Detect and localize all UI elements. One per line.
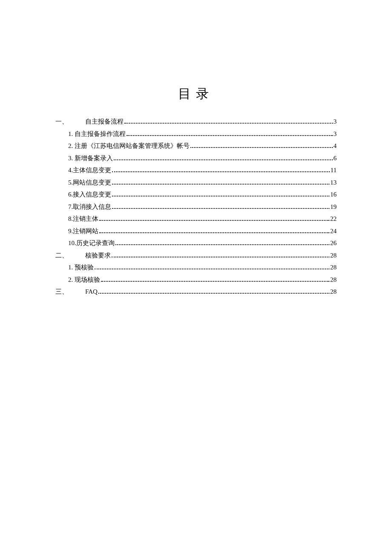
toc-entry[interactable]: 10.历史记录查询26 [55, 237, 337, 249]
toc-entry[interactable]: 6.接入信息变更16 [55, 188, 337, 201]
toc-label: FAQ [85, 286, 98, 298]
toc-page-number: 24 [330, 225, 337, 237]
toc-label: 2. 注册《江苏电信网站备案管理系统》帐号 [68, 140, 190, 152]
toc-leader-dots [115, 240, 329, 246]
toc-page-number: 22 [330, 213, 337, 225]
toc-page-number: 13 [330, 176, 337, 189]
toc-page-number: 28 [330, 286, 337, 298]
toc-entry[interactable]: 1. 自主报备操作流程3 [55, 128, 337, 140]
toc-entry[interactable]: 1. 预核验28 [55, 261, 337, 274]
toc-page-number: 19 [330, 201, 337, 213]
toc-leader-dots [99, 216, 329, 221]
toc-entry[interactable]: 4.主体信息变更11 [55, 164, 337, 176]
toc-page-number: 6 [334, 152, 337, 165]
toc-leader-dots [99, 228, 329, 233]
toc-label: 1. 自主报备操作流程 [68, 128, 126, 140]
toc-entry[interactable]: 一、自主报备流程3 [55, 116, 337, 128]
toc-entry[interactable]: 5.网站信息变更13 [55, 176, 337, 189]
toc-leader-dots [114, 155, 333, 160]
toc-label: 9.注销网站 [68, 225, 98, 237]
toc-page-number: 3 [334, 116, 337, 128]
toc-leader-dots [98, 289, 329, 294]
toc-leader-dots [95, 264, 329, 270]
toc-label: 8.注销主体 [68, 213, 98, 225]
toc-label: 6.接入信息变更 [68, 188, 111, 201]
toc-label: 3. 新增备案录入 [68, 152, 113, 165]
toc-page-number: 28 [330, 249, 337, 262]
toc-leader-dots [112, 252, 329, 257]
toc-marker: 二、 [55, 249, 85, 262]
table-of-contents: 一、自主报备流程31. 自主报备操作流程32. 注册《江苏电信网站备案管理系统》… [55, 116, 337, 298]
toc-leader-dots [101, 276, 329, 282]
toc-label: 5.网站信息变更 [68, 176, 111, 189]
toc-leader-dots [190, 143, 333, 148]
toc-leader-dots [112, 179, 329, 185]
toc-label: 核验要求 [85, 249, 111, 262]
toc-page-number: 28 [330, 261, 337, 274]
toc-page-number: 4 [334, 140, 337, 152]
toc-label: 4.主体信息变更 [68, 164, 111, 176]
document-page: 目录 一、自主报备流程31. 自主报备操作流程32. 注册《江苏电信网站备案管理… [0, 0, 392, 555]
toc-entry[interactable]: 2. 注册《江苏电信网站备案管理系统》帐号4 [55, 140, 337, 152]
toc-entry[interactable]: 3. 新增备案录入6 [55, 152, 337, 165]
toc-entry[interactable]: 二、核验要求28 [55, 249, 337, 262]
toc-page-number: 28 [330, 274, 337, 286]
toc-label: 7.取消接入信息 [68, 201, 111, 213]
toc-label: 10.历史记录查询 [68, 237, 115, 249]
toc-entry[interactable]: 9.注销网站24 [55, 225, 337, 237]
toc-page-number: 16 [330, 188, 337, 201]
toc-entry[interactable]: 8.注销主体22 [55, 213, 337, 225]
toc-marker: 一、 [55, 116, 85, 128]
toc-entry[interactable]: 三、FAQ28 [55, 286, 337, 298]
toc-entry[interactable]: 7.取消接入信息19 [55, 201, 337, 213]
toc-page-number: 26 [330, 237, 337, 249]
toc-leader-dots [112, 203, 329, 209]
toc-title: 目录 [55, 85, 337, 103]
toc-leader-dots [127, 130, 333, 136]
toc-leader-dots [124, 119, 333, 124]
toc-leader-dots [112, 167, 329, 173]
toc-entry[interactable]: 2. 现场核验28 [55, 274, 337, 286]
toc-page-number: 11 [331, 164, 337, 176]
toc-leader-dots [112, 191, 329, 197]
toc-marker: 三、 [55, 286, 85, 298]
toc-label: 1. 预核验 [68, 261, 94, 274]
toc-page-number: 3 [334, 128, 337, 140]
toc-label: 自主报备流程 [85, 116, 124, 128]
toc-label: 2. 现场核验 [68, 274, 100, 286]
